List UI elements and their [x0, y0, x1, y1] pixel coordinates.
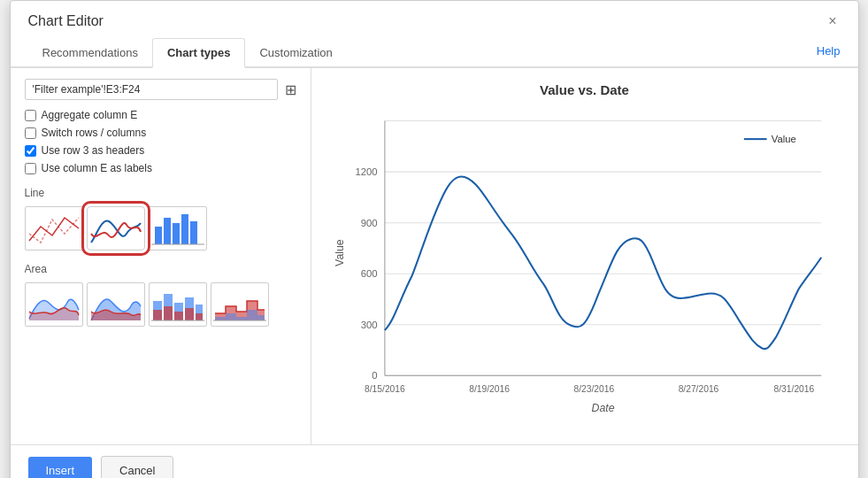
svg-text:8/15/2016: 8/15/2016 — [365, 384, 405, 394]
svg-text:8/27/2016: 8/27/2016 — [678, 384, 718, 394]
headers-checkbox[interactable] — [25, 145, 36, 157]
range-input[interactable] — [25, 79, 278, 100]
tab-recommendations[interactable]: Recommendations — [28, 39, 152, 68]
tab-bar: Recommendations Chart types Customizatio… — [11, 38, 858, 68]
svg-text:Value: Value — [333, 239, 345, 266]
switch-label: Switch rows / columns — [42, 127, 147, 139]
aggregate-label: Aggregate column E — [42, 109, 138, 121]
dialog-title: Chart Editor — [28, 13, 104, 29]
line-thumb-1[interactable] — [25, 206, 83, 251]
close-button[interactable]: × — [825, 14, 840, 28]
aggregate-checkbox[interactable] — [25, 110, 36, 121]
svg-text:900: 900 — [360, 218, 377, 228]
help-link[interactable]: Help — [817, 44, 841, 66]
svg-text:600: 600 — [360, 268, 377, 279]
svg-rect-11 — [174, 312, 183, 320]
chart-title: Value vs. Date — [329, 82, 841, 97]
section-area-label: Area — [25, 263, 296, 275]
area-thumb-4[interactable] — [211, 282, 269, 327]
switch-checkbox[interactable] — [25, 127, 36, 139]
svg-rect-9 — [164, 306, 173, 320]
dialog-body: ⊞ Aggregate column E Switch rows / colum… — [11, 68, 858, 444]
checkbox-headers: Use row 3 as headers — [25, 144, 296, 157]
area-chart-grid — [25, 282, 296, 327]
range-row: ⊞ — [25, 79, 296, 100]
svg-text:1200: 1200 — [355, 166, 377, 177]
chart-svg: 0 300 600 900 1200 Value 8/15/2016 8/19/… — [329, 103, 841, 430]
area-thumb-1[interactable] — [25, 282, 83, 327]
tab-customization[interactable]: Customization — [245, 39, 346, 68]
section-line-label: Line — [25, 187, 296, 199]
svg-text:8/23/2016: 8/23/2016 — [573, 384, 614, 394]
svg-rect-1 — [164, 218, 171, 244]
line-thumb-2[interactable] — [87, 206, 145, 251]
svg-text:Value: Value — [771, 134, 795, 144]
dialog-header: Chart Editor × — [11, 1, 858, 29]
left-panel: ⊞ Aggregate column E Switch rows / colum… — [11, 68, 311, 444]
line-chart-grid — [25, 206, 296, 251]
svg-rect-7 — [153, 310, 162, 320]
checkbox-switch: Switch rows / columns — [25, 127, 296, 139]
area-thumb-3[interactable] — [149, 282, 207, 327]
labels-checkbox[interactable] — [25, 163, 36, 174]
grid-icon[interactable]: ⊞ — [285, 81, 296, 98]
tab-chart-types[interactable]: Chart types — [152, 38, 246, 68]
dialog-footer: Insert Cancel — [11, 444, 858, 478]
cancel-button[interactable]: Cancel — [101, 456, 173, 478]
svg-rect-15 — [196, 313, 203, 320]
svg-text:Date: Date — [591, 402, 614, 414]
svg-text:0: 0 — [372, 370, 377, 381]
checkbox-labels: Use column E as labels — [25, 162, 296, 174]
chart-area: 0 300 600 900 1200 Value 8/15/2016 8/19/… — [329, 103, 841, 430]
svg-rect-0 — [155, 227, 162, 244]
checkbox-aggregate: Aggregate column E — [25, 109, 296, 121]
labels-label: Use column E as labels — [42, 162, 152, 174]
svg-rect-2 — [173, 223, 180, 244]
headers-label: Use row 3 as headers — [42, 144, 145, 157]
line-thumb-3[interactable] — [149, 206, 207, 251]
right-panel: Value vs. Date 0 300 600 — [311, 68, 858, 444]
insert-button[interactable]: Insert — [28, 457, 93, 478]
svg-rect-13 — [185, 308, 194, 320]
svg-rect-3 — [181, 214, 188, 244]
svg-text:300: 300 — [360, 320, 377, 330]
chart-line — [384, 177, 820, 350]
area-thumb-2[interactable] — [87, 282, 145, 327]
svg-text:8/31/2016: 8/31/2016 — [773, 384, 814, 394]
chart-editor-dialog: Chart Editor × Recommendations Chart typ… — [10, 0, 859, 478]
svg-rect-4 — [190, 221, 197, 244]
svg-text:8/19/2016: 8/19/2016 — [469, 384, 510, 394]
